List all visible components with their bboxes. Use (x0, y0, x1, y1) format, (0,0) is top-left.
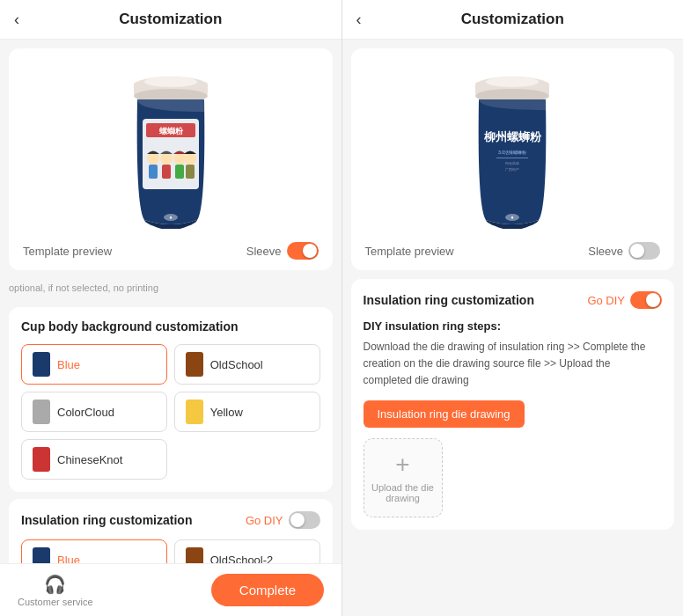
right-upload-area[interactable]: + Upload the die drawing (364, 438, 443, 517)
option-chineseknot-icon (33, 447, 50, 472)
option-yellow[interactable]: Yellow (174, 392, 320, 432)
svg-point-3 (144, 77, 197, 87)
left-diy-toggle[interactable] (289, 511, 320, 529)
left-insulation-header: Insulation ring customization Go DIY (21, 511, 320, 529)
option-colorcloud[interactable]: ColorCloud (21, 392, 167, 432)
left-insulation-controls: Go DIY (246, 511, 320, 529)
right-back-icon[interactable]: ‹ (356, 11, 362, 29)
option-blue-icon (33, 352, 50, 377)
left-customer-service[interactable]: 🎧 Customer service (18, 574, 93, 607)
left-header: ‹ Customization (0, 0, 342, 40)
right-go-diy-label: Go DIY (587, 294, 625, 307)
svg-text:广西特产: 广西特产 (505, 167, 519, 172)
svg-rect-11 (149, 165, 158, 179)
svg-point-8 (160, 152, 173, 165)
left-go-diy-label: Go DIY (246, 514, 283, 527)
option-yellow-label: Yellow (210, 406, 243, 419)
left-preview-controls: Template preview Sleeve (19, 242, 322, 260)
svg-rect-13 (175, 165, 184, 179)
right-insulation-title: Insulation ring customization (364, 293, 534, 307)
option-yellow-icon (186, 400, 203, 424)
svg-rect-12 (162, 165, 171, 179)
svg-text:♦: ♦ (169, 215, 172, 220)
svg-point-20 (486, 77, 539, 87)
right-header: ‹ Customization (342, 0, 684, 40)
right-sleeve-knob (630, 244, 644, 258)
svg-text:螺螄粉: 螺螄粉 (158, 127, 183, 136)
left-cup-body-section: Cup body background customization Blue O… (9, 307, 333, 492)
right-diy-steps: Download the die drawing of insulation r… (364, 339, 663, 390)
left-diy-knob (290, 513, 305, 527)
right-insulation-controls: Go DIY (587, 291, 662, 309)
svg-text:♦: ♦ (511, 215, 514, 220)
right-sleeve-toggle[interactable] (628, 242, 660, 260)
option-chineseknot-label: ChineseKnot (57, 453, 122, 466)
right-panel-title: Customization (461, 11, 564, 28)
left-cs-label: Customer service (18, 597, 93, 607)
left-sleeve-toggle[interactable] (287, 242, 319, 260)
left-back-icon[interactable]: ‹ (14, 11, 19, 29)
option-oldschool-label: OldSchool (210, 358, 263, 371)
svg-point-7 (147, 152, 159, 165)
svg-text:特色风味: 特色风味 (505, 161, 519, 165)
option-chineseknot[interactable]: ChineseKnot (21, 439, 167, 480)
svg-text:3.0活辣螺蛳粉: 3.0活辣螺蛳粉 (498, 150, 526, 155)
option-blue-label: Blue (57, 358, 80, 371)
right-cup-svg: 柳州螺蛳粉 3.0活辣螺蛳粉 特色风味 广西特产 ♦ (459, 66, 565, 229)
left-sleeve-label: Sleeve (246, 245, 282, 258)
right-upload-plus-icon: + (395, 452, 409, 477)
left-footer: 🎧 Customer service Complete (0, 563, 342, 616)
right-insulation-section: Insulation ring customization Go DIY DIY… (351, 279, 675, 530)
right-sleeve-control: Sleeve (588, 242, 660, 260)
left-cs-icon: 🎧 (44, 574, 66, 595)
svg-point-10 (184, 152, 196, 165)
option-blue[interactable]: Blue (21, 344, 167, 385)
left-cup-body-options: Blue OldSchool ColorCloud Yellow Chinese… (21, 344, 320, 480)
left-optional-text: optional, if not selected, no printing (0, 279, 342, 300)
left-sleeve-knob (303, 244, 317, 258)
svg-point-9 (173, 152, 186, 165)
option-colorcloud-label: ColorCloud (57, 406, 114, 419)
right-upload-text: Upload the die drawing (364, 482, 442, 503)
right-sleeve-label: Sleeve (588, 245, 623, 258)
right-cup-preview-card: 柳州螺蛳粉 3.0活辣螺蛳粉 特色风味 广西特产 ♦ Template prev… (351, 48, 675, 270)
option-colorcloud-icon (33, 400, 50, 424)
left-cup-svg: 螺螄粉 (118, 66, 224, 229)
right-diy-knob (646, 293, 660, 307)
left-cup-preview-card: 螺螄粉 (9, 48, 333, 270)
left-cup-image: 螺螄粉 (19, 59, 322, 235)
svg-text:柳州螺蛳粉: 柳州螺蛳粉 (483, 130, 542, 143)
left-sleeve-control: Sleeve (246, 242, 319, 260)
right-diy-toggle[interactable] (630, 291, 662, 309)
right-panel-content: 柳州螺蛳粉 3.0活辣螺蛳粉 特色风味 广西特产 ♦ Template prev… (342, 40, 684, 616)
left-complete-button[interactable]: Complete (211, 574, 324, 606)
option-oldschool-icon (186, 352, 203, 377)
left-panel-content: 螺螄粉 (0, 40, 342, 616)
left-insulation-title: Insulation ring customization (21, 513, 192, 527)
right-die-drawing-button[interactable]: Insulation ring die drawing (364, 400, 525, 428)
right-insulation-header: Insulation ring customization Go DIY (364, 291, 663, 309)
left-cup-body-title: Cup body background customization (21, 319, 320, 334)
svg-rect-14 (186, 165, 195, 179)
left-template-preview-label: Template preview (23, 245, 112, 258)
left-panel-title: Customization (119, 11, 222, 28)
right-cup-image: 柳州螺蛳粉 3.0活辣螺蛳粉 特色风味 广西特产 ♦ (362, 59, 665, 235)
right-preview-controls: Template preview Sleeve (362, 242, 665, 260)
svg-rect-23 (496, 158, 528, 158)
option-oldschool[interactable]: OldSchool (174, 344, 320, 385)
right-template-preview-label: Template preview (365, 245, 454, 258)
right-diy-steps-title: DIY insulation ring steps: (364, 318, 663, 334)
